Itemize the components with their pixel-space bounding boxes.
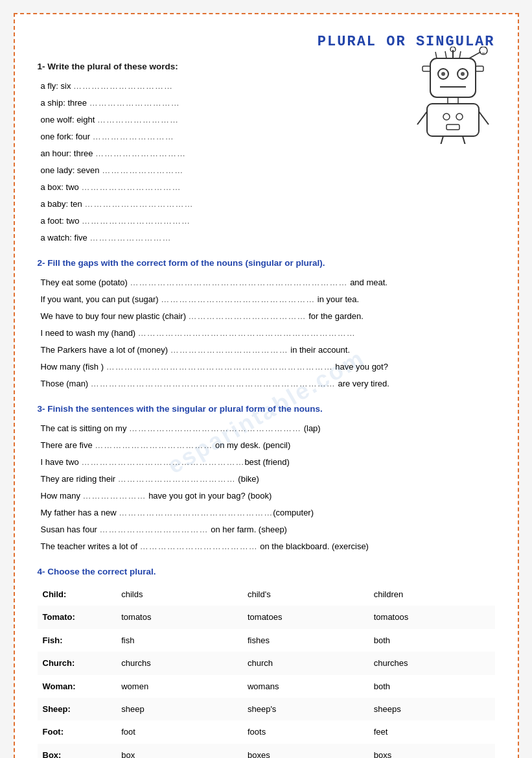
svg-rect-14	[427, 104, 479, 136]
list-item: I have two ………………………………………………best (frien…	[41, 454, 495, 471]
option-b: church	[242, 652, 369, 674]
option-a: box	[116, 744, 242, 758]
option-a: women	[116, 675, 242, 698]
svg-line-19	[479, 112, 489, 124]
option-a: foot	[116, 720, 242, 743]
word-label: Church:	[38, 652, 117, 674]
option-a: fish	[116, 629, 242, 652]
option-c: boxs	[369, 744, 495, 758]
word-label: Woman:	[38, 675, 117, 698]
word-label: Sheep:	[38, 698, 117, 720]
option-a: childs	[116, 583, 242, 606]
svg-line-23	[445, 51, 446, 58]
svg-rect-13	[448, 97, 458, 104]
table-row: Fish: fish fishes both	[38, 629, 495, 652]
option-b: fishes	[242, 629, 369, 652]
section2-heading: 2- Fill the gaps with the correct form o…	[38, 258, 495, 268]
list-item: The teacher writes a lot of …………………………………	[41, 538, 495, 555]
svg-point-8	[441, 72, 445, 76]
list-item: an hour: three …………………………	[41, 145, 495, 162]
list-item: How many ………………… have you got in your ba…	[41, 488, 495, 504]
option-b: boxes	[242, 744, 369, 758]
svg-line-2	[469, 52, 481, 58]
word-label: Foot:	[38, 720, 117, 743]
option-c: children	[369, 583, 495, 606]
option-b: tomatoes	[242, 606, 369, 628]
list-item: Those (man) ……………………………………………………………………… …	[41, 375, 495, 392]
svg-rect-17	[446, 124, 459, 130]
option-a: sheep	[116, 698, 242, 720]
list-item: I need to wash my (hand) …………………………………………	[41, 325, 495, 342]
option-b: sheep's	[242, 698, 369, 720]
svg-rect-5	[430, 58, 476, 97]
svg-rect-11	[422, 66, 430, 71]
svg-line-24	[459, 51, 461, 58]
option-c: feet	[369, 720, 495, 743]
list-item: a box: two ……………………………	[41, 179, 495, 196]
list-item: The Parkers have a lot of (money) …………………	[41, 342, 495, 359]
list-item: a baby: ten ………………………………	[41, 196, 495, 213]
svg-line-22	[435, 52, 437, 58]
section3-heading: 3- Finish the sentences with the singula…	[38, 404, 495, 414]
option-b: child's	[242, 583, 369, 606]
table-row: Woman: women womans both	[38, 675, 495, 698]
list-item: There are five ………………………………… on my desk.…	[41, 437, 495, 454]
option-c: churches	[369, 652, 495, 674]
svg-point-9	[461, 72, 465, 76]
word-label: Child:	[38, 583, 117, 606]
list-item: a foot: two ………………………………	[41, 213, 495, 230]
option-a: churchs	[116, 652, 242, 674]
word-label: Tomato:	[38, 606, 117, 628]
list-item: We have to buy four new plastic (chair) …	[41, 308, 495, 325]
table-row: Box: box boxes boxs	[38, 744, 495, 758]
option-c: both	[369, 629, 495, 652]
section2-content: They eat some (potato) ………………………………………………	[41, 274, 495, 392]
svg-rect-12	[476, 66, 483, 71]
option-c: tomatoos	[369, 606, 495, 628]
robot-illustration	[411, 47, 495, 144]
page: esparintable.com	[14, 13, 519, 758]
table-row: Foot: foot foots feet	[38, 720, 495, 743]
list-item: If you want, you can put (sugar) ……………………	[41, 291, 495, 308]
svg-point-15	[443, 113, 450, 120]
list-item: They eat some (potato) ………………………………………………	[41, 274, 495, 291]
option-b: womans	[242, 675, 369, 698]
list-item: How many (fish ) ………………………………………………………………	[41, 359, 495, 375]
section4-heading: 4- Choose the correct plural.	[38, 567, 495, 576]
option-a: tomatos	[116, 606, 242, 628]
list-item: They are riding their ………………………………… (bik…	[41, 471, 495, 488]
word-label: Box:	[38, 744, 117, 758]
svg-line-20	[440, 136, 443, 144]
table-row: Child: childs child's children	[38, 583, 495, 606]
word-label: Fish:	[38, 629, 117, 652]
section3-content: The cat is sitting on my …………………………………………	[41, 420, 495, 555]
option-c: both	[369, 675, 495, 698]
table-row: Sheep: sheep sheep's sheeps	[38, 698, 495, 720]
table-row: Church: churchs church churches	[38, 652, 495, 674]
list-item: one lady: seven ………………………	[41, 162, 495, 179]
list-item: a watch: five ………………………	[41, 230, 495, 246]
svg-point-16	[456, 113, 463, 120]
list-item: The cat is sitting on my …………………………………………	[41, 420, 495, 437]
table-row: Tomato: tomatos tomatoes tomatoos	[38, 606, 495, 628]
list-item: My father has a new ……………………………………………(co…	[41, 504, 495, 521]
svg-line-21	[463, 136, 466, 144]
svg-line-18	[417, 112, 427, 124]
option-c: sheeps	[369, 698, 495, 720]
list-item: Susan has four ……………………………… on her farm.…	[41, 521, 495, 538]
plural-table: Child: childs child's children Tomato: t…	[38, 583, 495, 758]
option-b: foots	[242, 720, 369, 743]
